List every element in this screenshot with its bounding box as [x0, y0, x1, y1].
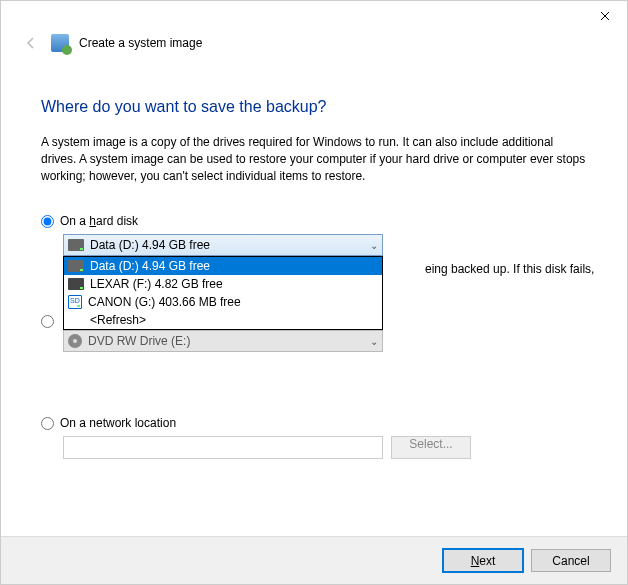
hard-disk-combo[interactable]: Data (D:) 4.94 GB free ⌄	[63, 234, 383, 256]
cancel-button[interactable]: Cancel	[531, 549, 611, 572]
page-description: A system image is a copy of the drives r…	[41, 134, 587, 184]
hard-disk-radio[interactable]	[41, 215, 54, 228]
hard-disk-dropdown[interactable]: Data (D:) 4.94 GB free LEXAR (F:) 4.82 G…	[63, 256, 383, 330]
network-label: On a network location	[60, 416, 176, 430]
dropdown-option[interactable]: CANON (G:) 403.66 MB free	[64, 293, 382, 311]
chevron-down-icon: ⌄	[370, 240, 378, 251]
dvd-radio[interactable]	[41, 315, 54, 328]
sd-card-icon	[68, 295, 82, 309]
option-network[interactable]: On a network location	[41, 416, 587, 430]
network-path-input[interactable]	[63, 436, 383, 459]
next-button[interactable]: Next	[443, 549, 523, 572]
hard-disk-combo-value: Data (D:) 4.94 GB free	[90, 238, 210, 252]
hdd-icon	[68, 239, 84, 251]
dvd-combo-value: DVD RW Drive (E:)	[88, 334, 190, 348]
page-heading: Where do you want to save the backup?	[41, 98, 587, 116]
dropdown-option[interactable]: LEXAR (F:) 4.82 GB free	[64, 275, 382, 293]
dropdown-option[interactable]: Data (D:) 4.94 GB free	[64, 257, 382, 275]
usb-drive-icon	[68, 278, 84, 290]
hard-disk-label: On a hard disk	[60, 214, 138, 228]
dropdown-option-refresh[interactable]: <Refresh>	[64, 311, 382, 329]
dvd-drive-icon	[68, 334, 82, 348]
system-image-icon	[51, 34, 69, 52]
dvd-combo[interactable]: DVD RW Drive (E:) ⌄	[63, 330, 383, 352]
back-button[interactable]	[21, 33, 41, 53]
option-hard-disk[interactable]: On a hard disk	[41, 214, 587, 228]
close-button[interactable]	[582, 1, 627, 31]
network-radio[interactable]	[41, 417, 54, 430]
warning-text-tail: eing backed up. If this disk fails,	[425, 262, 594, 276]
select-button: Select...	[391, 436, 471, 459]
chevron-down-icon: ⌄	[370, 336, 378, 347]
wizard-title: Create a system image	[79, 36, 202, 50]
hdd-icon	[68, 260, 84, 272]
